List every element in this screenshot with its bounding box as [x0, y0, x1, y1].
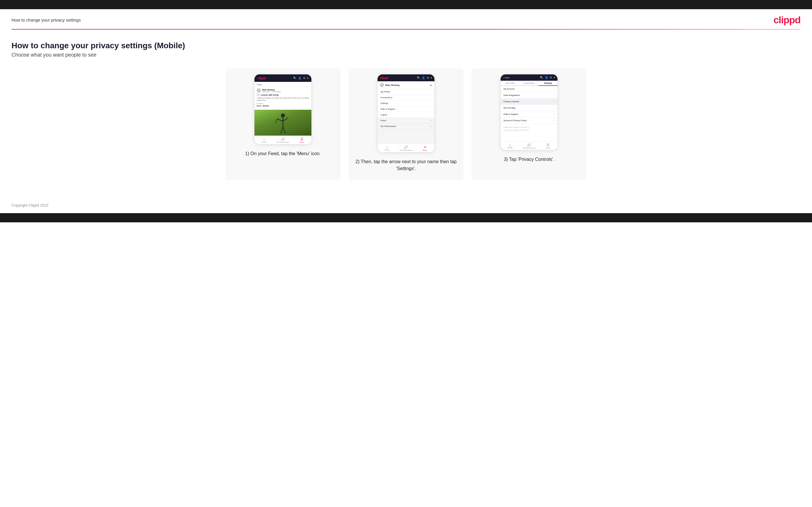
user-row: BM Blair McHarg ▲	[377, 81, 435, 89]
chevron-data-integrations: ›	[554, 94, 555, 97]
connections-label: Connections	[380, 96, 393, 99]
feed-label: Feed	[254, 82, 311, 87]
chevron-privacy: ›	[554, 100, 555, 103]
spacer-2	[377, 129, 435, 144]
performance-icon-3: 📈	[527, 143, 531, 147]
header: How to change your privacy settings clip…	[0, 9, 812, 29]
tab-performance-1[interactable]: 📈 My Performance	[273, 137, 293, 143]
svg-point-0	[281, 113, 285, 117]
phone-tabs-row-3: My Profile Connections Settings	[501, 81, 558, 86]
menu-icon-3: ☰	[547, 143, 550, 147]
svg-line-3	[283, 118, 288, 121]
golfer-silhouette	[274, 113, 292, 135]
chevron-icon-3: ▾	[554, 76, 555, 79]
svg-line-5	[283, 127, 285, 133]
card-1: clippd 🔍 👤 ⚙ ▾ Feed BM Blair McHar	[225, 68, 341, 180]
tab-menu-label: Menu	[300, 141, 304, 143]
tab-settings-active[interactable]: Settings	[539, 81, 558, 86]
logout-label: Logout	[380, 113, 387, 116]
card-3-step: 3) Tap 'Privacy Controls'.	[504, 156, 554, 163]
service-privacy-label: Service & Privacy Policy	[504, 119, 527, 122]
tab-home-label-3: Home	[508, 147, 512, 149]
tab-menu-label-2: Menu	[423, 149, 427, 151]
tab-home-1[interactable]: ⌂ Home	[254, 137, 273, 143]
tab-performance-2[interactable]: 📈 My Performance	[397, 145, 415, 151]
tab-menu-3[interactable]: ☰ Menu	[539, 143, 558, 149]
card-2: clippd 🔍 👤 ⚙ ▾ BM Blair McHarg ▲	[349, 68, 463, 180]
phone-mockup-3: < Back 🔍 👤 ⚙ ▾ My Profile Connections Se…	[500, 74, 558, 150]
tab-menu-2[interactable]: ✕ Menu	[415, 145, 435, 151]
setting-golf-bag[interactable]: My Golf Bag ›	[501, 105, 558, 111]
tab-connections[interactable]: Connections	[519, 81, 539, 86]
performance-icon-2: 📈	[404, 145, 408, 149]
tab-menu-1[interactable]: ☰ Menu	[293, 137, 311, 143]
tab-home-3[interactable]: ⌂ Home	[501, 143, 519, 149]
svg-line-4	[281, 127, 283, 133]
logo: clippd	[773, 14, 801, 25]
close-icon: ✕	[424, 145, 426, 149]
post-type-icon	[257, 93, 260, 96]
avatar-1: BM	[257, 89, 261, 93]
tab-performance-label-3: My Performance	[523, 147, 536, 149]
card-1-step: 1) On your Feed, tap the 'Menu' icon.	[245, 150, 320, 157]
menu-item-connections[interactable]: Connections	[377, 95, 435, 101]
expand-icon: ▲	[429, 83, 432, 87]
chevron-my-account: ›	[554, 88, 555, 90]
menu-item-help[interactable]: Help & Support ↗	[377, 106, 435, 112]
setting-my-account[interactable]: My Account ›	[501, 86, 558, 92]
search-icon-2: 🔍	[417, 76, 420, 79]
home-icon: ⌂	[263, 137, 265, 141]
home-icon-3: ⌂	[509, 143, 511, 147]
search-icon-3: 🔍	[540, 76, 543, 79]
tab-home-label: Home	[262, 141, 266, 143]
page-subheading: Choose what you want people to see	[11, 52, 801, 58]
settings-icon-2: ⚙	[427, 76, 429, 79]
top-bar	[0, 0, 812, 9]
section-home[interactable]: Home ▾	[377, 118, 435, 123]
main-content: How to change your privacy settings (Mob…	[0, 30, 812, 198]
post-duration-value: 01 hr : 30 min	[257, 105, 309, 107]
section-performance[interactable]: My Performance ▾	[377, 123, 435, 129]
tab-menu-label-3: Menu	[546, 147, 550, 149]
tab-home-2[interactable]: ⌂ Home	[377, 145, 397, 151]
menu-item-settings[interactable]: Settings	[377, 101, 435, 106]
tab-myprofile[interactable]: My Profile	[501, 81, 519, 86]
phone-bottom-tabs-2: ⌂ Home 📈 My Performance ✕ Menu	[377, 144, 435, 152]
tab-performance-label-2: My Performance	[400, 149, 412, 151]
privacy-controls-label: Privacy Controls	[504, 100, 519, 103]
settings-label: Settings	[380, 102, 388, 105]
phone-bottom-tabs-1: ⌂ Home 📈 My Performance ☰ Menu	[254, 135, 311, 144]
back-button[interactable]: < Back	[503, 76, 509, 79]
user-icon: 👤	[298, 77, 301, 79]
section-performance-label: My Performance	[380, 125, 396, 127]
post-desc: Looking to feel like my hands are exitin…	[257, 97, 309, 102]
footer: Copyright Clippd 2022	[0, 198, 812, 213]
settings-icon: ⚙	[303, 77, 305, 79]
setting-data-integrations[interactable]: Data Integrations ›	[501, 92, 558, 99]
help-label: Help & Support	[380, 108, 395, 110]
user-info: BM Blair McHarg	[380, 83, 399, 87]
page-heading: How to change your privacy settings (Mob…	[11, 41, 801, 50]
user-name-2: Blair McHarg	[385, 84, 399, 87]
avatar-2: BM	[380, 83, 384, 87]
menu-item-my-profile[interactable]: My Profile	[377, 89, 435, 95]
setting-help-support[interactable]: Help & Support ↗	[501, 111, 558, 117]
help-support-label: Help & Support	[504, 113, 518, 115]
setting-service-privacy[interactable]: Service & Privacy Policy ↗	[501, 117, 558, 124]
golf-image	[254, 110, 311, 135]
cards-row: clippd 🔍 👤 ⚙ ▾ Feed BM Blair McHar	[11, 68, 801, 180]
bottom-bar	[0, 213, 812, 222]
post-duration-label: Duration	[257, 103, 309, 104]
tab-performance-3[interactable]: 📈 My Performance	[519, 143, 539, 149]
menu-item-logout[interactable]: Logout	[377, 112, 435, 118]
home-icon-2: ⌂	[386, 145, 388, 149]
post-author-block: Blair McHarg Yesterday · Sunningdale	[262, 89, 281, 93]
chevron-golf-bag: ›	[554, 107, 555, 109]
phone-bottom-tabs-3: ⌂ Home 📈 My Performance ☰ Menu	[501, 141, 558, 150]
my-profile-label: My Profile	[380, 91, 390, 93]
user-icon-2: 👤	[422, 76, 425, 79]
spacer-3	[501, 133, 558, 141]
setting-privacy-controls[interactable]: Privacy Controls ›	[501, 99, 558, 105]
phone-nav-icons-2: 🔍 👤 ⚙ ▾	[417, 76, 432, 79]
external-icon-help-2: ↗	[553, 113, 555, 115]
